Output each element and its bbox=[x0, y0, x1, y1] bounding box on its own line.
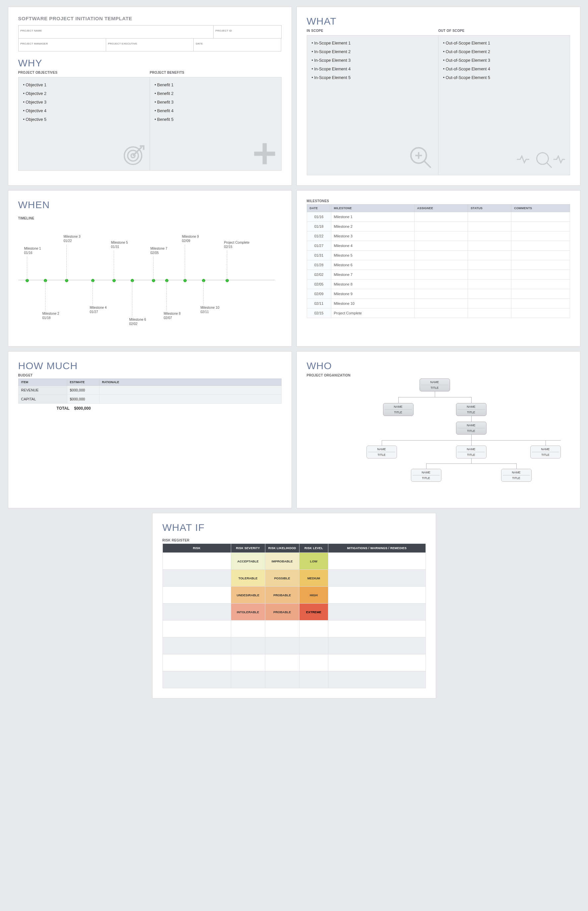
timeline-dot bbox=[91, 279, 95, 282]
list-item: Out-of-Scope Element 2 bbox=[443, 49, 565, 54]
objectives-panel: Objective 1Objective 2Objective 3Objecti… bbox=[18, 77, 150, 171]
budget-label: BUDGET bbox=[18, 373, 281, 377]
timeline-label: TIMELINE bbox=[18, 216, 281, 220]
th-date: DATE bbox=[307, 204, 331, 212]
timeline-label: Milestone 902/09 bbox=[182, 235, 212, 243]
timeline-label: Milestone 501/31 bbox=[111, 241, 141, 249]
timeline-dot bbox=[202, 279, 205, 282]
list-item: In-Scope Element 1 bbox=[312, 41, 434, 45]
card-milestones: MILESTONES DATE MILESTONE ASSIGNEE STATU… bbox=[297, 190, 580, 347]
timeline-label: Milestone 301/22 bbox=[64, 235, 94, 243]
budget-total: TOTAL $000,000 bbox=[18, 404, 281, 411]
list-item: Benefit 2 bbox=[155, 91, 276, 96]
benefits-panel: Benefit 1Benefit 2Benefit 3Benefit 4Bene… bbox=[150, 77, 281, 171]
list-item: In-Scope Element 2 bbox=[312, 49, 434, 54]
table-row: 02/05Milestone 8 bbox=[307, 280, 570, 289]
timeline-label: Milestone 101/16 bbox=[24, 247, 54, 254]
org-node: NAMETITLE bbox=[456, 421, 486, 434]
plus-icon bbox=[252, 141, 277, 168]
target-icon bbox=[123, 143, 145, 168]
timeline-dot bbox=[152, 279, 155, 282]
table-row: 01/16Milestone 1 bbox=[307, 212, 570, 222]
list-item: Objective 3 bbox=[23, 100, 145, 105]
svg-rect-4 bbox=[254, 152, 275, 156]
table-row: 02/02Milestone 7 bbox=[307, 270, 570, 280]
field-project-executive[interactable]: PROJECT EXECUTIVE bbox=[106, 38, 194, 52]
table-row bbox=[163, 621, 425, 637]
timeline-label: Milestone 702/05 bbox=[150, 247, 181, 254]
who-heading: WHO bbox=[307, 360, 570, 371]
table-row: 02/11Milestone 10 bbox=[307, 299, 570, 308]
timeline-label: Milestone 602/02 bbox=[129, 318, 159, 326]
in-scope-panel: In-Scope Element 1In-Scope Element 2In-S… bbox=[307, 35, 438, 175]
out-scope-panel: Out-of-Scope Element 1Out-of-Scope Eleme… bbox=[438, 35, 570, 175]
list-item: Out-of-Scope Element 3 bbox=[443, 58, 565, 63]
org-node: NAMETITLE bbox=[367, 446, 397, 459]
in-scope-label: IN SCOPE bbox=[307, 29, 438, 32]
org-node: NAMETITLE bbox=[456, 446, 486, 459]
field-date[interactable]: DATE bbox=[194, 38, 281, 52]
table-row: 01/18Milestone 2 bbox=[307, 222, 570, 232]
list-item: Objective 2 bbox=[23, 91, 145, 96]
timeline-label: Milestone 201/18 bbox=[42, 312, 72, 320]
table-row: 01/22Milestone 3 bbox=[307, 232, 570, 241]
org-node: NAMETITLE bbox=[383, 403, 414, 416]
list-item: Objective 1 bbox=[23, 83, 145, 87]
table-row: CAPITAL$000,000 bbox=[18, 395, 281, 404]
list-item: Out-of-Scope Element 4 bbox=[443, 67, 565, 71]
timeline-label: Project Complete02/15 bbox=[224, 241, 254, 249]
table-row: 01/27Milestone 4 bbox=[307, 241, 570, 251]
timeline-dot bbox=[165, 279, 168, 282]
table-row: ACCEPTABLEIMPROBABLELOW bbox=[163, 553, 425, 570]
field-project-id[interactable]: PROJECT ID bbox=[213, 25, 281, 39]
list-item: Objective 4 bbox=[23, 109, 145, 113]
card-who: WHO PROJECT ORGANIZATION NAMETITLENAMETI… bbox=[297, 351, 580, 508]
table-row bbox=[163, 637, 425, 654]
timeline-label: Milestone 1002/11 bbox=[200, 306, 231, 314]
org-node: NAMETITLE bbox=[411, 469, 441, 482]
howmuch-heading: HOW MUCH bbox=[18, 360, 281, 371]
org-node: NAMETITLE bbox=[456, 403, 486, 416]
th-status: STATUS bbox=[468, 204, 511, 212]
table-row: TOLERABLEPOSSIBLEMEDIUM bbox=[163, 570, 425, 587]
timeline-dot bbox=[44, 279, 47, 282]
card-what: WHAT IN SCOPE OUT OF SCOPE In-Scope Elem… bbox=[297, 6, 580, 186]
timeline-dot bbox=[65, 279, 68, 282]
org-chart: NAMETITLENAMETITLENAMETITLENAMETITLENAME… bbox=[307, 378, 570, 498]
th-milestone: MILESTONE bbox=[331, 204, 414, 212]
table-row: 02/09Milestone 9 bbox=[307, 289, 570, 299]
card-when: WHEN TIMELINE Milestone 101/16Milestone … bbox=[8, 190, 292, 347]
magnifier-pulse-icon bbox=[516, 148, 566, 172]
table-row: 01/28Milestone 6 bbox=[307, 260, 570, 270]
timeline-chart: Milestone 101/16Milestone 201/18Mileston… bbox=[18, 224, 281, 336]
table-row: REVENUE$000,000 bbox=[18, 386, 281, 395]
org-node: NAMETITLE bbox=[420, 378, 450, 391]
list-item: Benefit 3 bbox=[155, 100, 276, 105]
table-row: 02/15Project Complete bbox=[307, 308, 570, 318]
what-heading: WHAT bbox=[307, 16, 570, 27]
field-project-name[interactable]: PROJECT NAME bbox=[18, 25, 213, 39]
risk-table: RISK RISK SEVERITY RISK LIKELIHOOD RISK … bbox=[163, 543, 426, 688]
timeline-dot bbox=[131, 279, 134, 282]
risk-label: RISK REGISTER bbox=[163, 538, 426, 542]
svg-point-6 bbox=[536, 153, 548, 164]
when-heading: WHEN bbox=[18, 199, 281, 211]
milestones-label: MILESTONES bbox=[307, 199, 570, 203]
doc-title: SOFTWARE PROJECT INITIATION TEMPLATE bbox=[18, 16, 281, 21]
budget-table: ITEM ESTIMATE RATIONALE REVENUE$000,000C… bbox=[18, 378, 281, 404]
timeline-label: Milestone 401/27 bbox=[90, 306, 120, 314]
milestones-table: DATE MILESTONE ASSIGNEE STATUS COMMENTS … bbox=[307, 204, 570, 318]
list-item: Out-of-Scope Element 1 bbox=[443, 41, 565, 45]
list-item: Objective 5 bbox=[23, 117, 145, 122]
list-item: Benefit 4 bbox=[155, 109, 276, 113]
table-row bbox=[163, 671, 425, 688]
timeline-dot bbox=[183, 279, 187, 282]
list-item: Benefit 5 bbox=[155, 117, 276, 122]
magnifier-in-icon bbox=[407, 144, 434, 172]
objectives-label: PROJECT OBJECTIVES bbox=[18, 71, 150, 75]
list-item: In-Scope Element 4 bbox=[312, 67, 434, 71]
field-project-manager[interactable]: PROJECT MANAGER bbox=[18, 38, 106, 52]
list-item: Out-of-Scope Element 5 bbox=[443, 75, 565, 80]
timeline-dot bbox=[226, 279, 229, 282]
list-item: In-Scope Element 5 bbox=[312, 75, 434, 80]
